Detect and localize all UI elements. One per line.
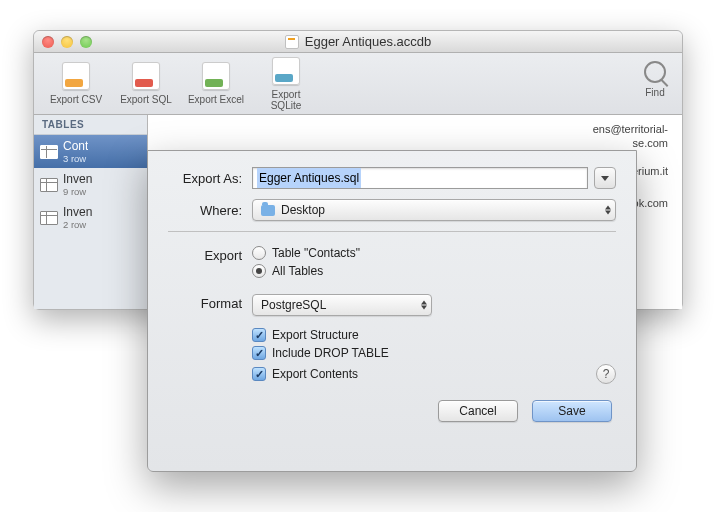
checkbox-export-structure[interactable] — [252, 328, 266, 342]
sidebar-item-inventory-1[interactable]: Inven 9 row — [34, 168, 147, 201]
table-icon — [40, 178, 58, 192]
sidebar-item-inventory-2[interactable]: Inven 2 row — [34, 201, 147, 234]
checkbox-export-contents-label: Export Contents — [272, 367, 358, 381]
where-popup[interactable]: Desktop — [252, 199, 616, 221]
radio-table-contacts[interactable] — [252, 246, 266, 260]
find-button[interactable]: Find — [644, 61, 666, 98]
sidebar: TABLES Cont 3 row Inven 9 row Inven — [34, 115, 148, 309]
cancel-button[interactable]: Cancel — [438, 400, 518, 422]
radio-all-tables[interactable] — [252, 264, 266, 278]
document-icon — [285, 35, 299, 49]
format-label: Format — [168, 294, 252, 316]
export-csv-button[interactable]: Export CSV — [46, 62, 106, 105]
save-button[interactable]: Save — [532, 400, 612, 422]
table-icon — [40, 145, 58, 159]
radio-all-label: All Tables — [272, 264, 323, 278]
separator — [168, 231, 616, 232]
help-button[interactable]: ? — [596, 364, 616, 384]
checkbox-export-contents[interactable] — [252, 367, 266, 381]
titlebar: Egger Antiques.accdb — [34, 31, 682, 53]
search-icon — [644, 61, 666, 83]
folder-icon — [261, 205, 275, 216]
radio-table-label: Table "Contacts" — [272, 246, 360, 260]
export-excel-button[interactable]: Export Excel — [186, 62, 246, 105]
export-sql-button[interactable]: Export SQL — [116, 62, 176, 105]
export-sqlite-button[interactable]: Export SQLite — [256, 57, 316, 111]
checkbox-export-structure-label: Export Structure — [272, 328, 359, 342]
where-label: Where: — [168, 203, 252, 218]
window-title-text: Egger Antiques.accdb — [305, 34, 431, 49]
export-as-label: Export As: — [168, 171, 252, 186]
format-value: PostgreSQL — [261, 298, 326, 312]
window-title: Egger Antiques.accdb — [34, 34, 682, 49]
cell-email: ens@territorial- — [593, 123, 668, 135]
sidebar-item-contacts[interactable]: Cont 3 row — [34, 135, 147, 168]
export-scope-label: Export — [168, 246, 252, 282]
export-as-value: Egger Antiques.sql — [257, 168, 361, 188]
sidebar-header: TABLES — [34, 115, 147, 135]
table-icon — [40, 211, 58, 225]
expand-disclosure-button[interactable] — [594, 167, 616, 189]
chevron-down-icon — [601, 176, 609, 181]
export-as-field[interactable]: Egger Antiques.sql — [252, 167, 588, 189]
where-value: Desktop — [281, 203, 325, 217]
cell-email: se.com — [633, 137, 668, 149]
format-popup[interactable]: PostgreSQL — [252, 294, 432, 316]
toolbar: Export CSV Export SQL Export Excel Expor… — [34, 53, 682, 115]
checkbox-include-drop-label: Include DROP TABLE — [272, 346, 389, 360]
checkbox-include-drop-table[interactable] — [252, 346, 266, 360]
export-sheet: Export As: Egger Antiques.sql Where: Des… — [147, 150, 637, 472]
